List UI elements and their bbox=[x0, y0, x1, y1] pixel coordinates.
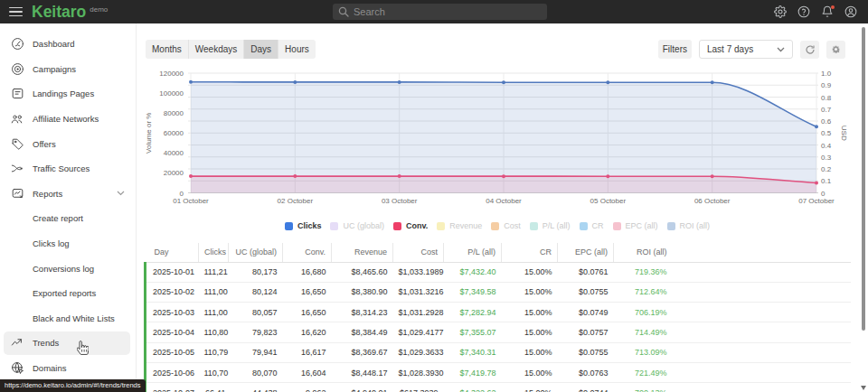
legend-item-p-l-all-[interactable]: P/L (all) bbox=[530, 221, 571, 230]
sidebar-item-conversions-log[interactable]: Conversions log bbox=[0, 256, 136, 281]
cell-epc-all-: $0.0744 bbox=[558, 383, 614, 392]
cell-epc-all-: $0.0763 bbox=[558, 362, 614, 382]
cell-uc-global-: 80,173 bbox=[229, 262, 283, 282]
sidebar-item-clicks-log[interactable]: Clicks log bbox=[0, 231, 136, 257]
scrollbar-thumb[interactable] bbox=[862, 27, 866, 331]
axis-tick-label: 120000 bbox=[159, 70, 184, 78]
sidebar-item-campaigns[interactable]: Campaigns bbox=[0, 57, 136, 82]
series-conv--point[interactable] bbox=[711, 174, 714, 178]
cell-uc-global-: 79,941 bbox=[229, 342, 283, 362]
series-clicks-point[interactable] bbox=[398, 80, 401, 84]
table-row[interactable]: 2025-10-04110,8079,82316,620$8,384.49$1,… bbox=[146, 322, 852, 342]
sidebar-item-reports[interactable]: Reports bbox=[0, 182, 136, 207]
series-conv--point[interactable] bbox=[293, 174, 297, 178]
cell-epc-all-: $0.0761 bbox=[558, 262, 614, 282]
gear-icon bbox=[831, 44, 841, 54]
table-row[interactable]: 2025-10-03111,0080,05716,650$8,314.23$1,… bbox=[146, 303, 852, 322]
tab-days[interactable]: Days bbox=[243, 40, 278, 59]
sidebar-item-traffic-sources[interactable]: Traffic Sources bbox=[0, 156, 136, 182]
series-clicks-point[interactable] bbox=[189, 80, 193, 84]
cell-clicks: 111,21 bbox=[199, 262, 229, 282]
sidebar-item-landings-pages[interactable]: Landings Pages bbox=[0, 81, 136, 107]
col-header-conv-[interactable]: Conv. bbox=[283, 243, 332, 262]
sidebar-item-exported-reports[interactable]: Exported reports bbox=[0, 281, 136, 306]
filters-button[interactable]: Filters bbox=[658, 40, 692, 59]
cell-revenue: $8,465.60 bbox=[332, 262, 393, 282]
date-range-select[interactable]: Last 7 days bbox=[699, 40, 793, 59]
table-row[interactable]: 2025-10-02111,0080,12416,650$8,380.90$1,… bbox=[146, 282, 852, 302]
series-conv--point[interactable] bbox=[815, 182, 818, 185]
series-clicks-point[interactable] bbox=[606, 80, 609, 84]
col-header-p-l-all-[interactable]: P/L (all) bbox=[444, 243, 502, 262]
legend-item-clicks[interactable]: Clicks bbox=[285, 221, 322, 230]
reports-icon bbox=[10, 186, 24, 201]
sidebar-item-label: Clicks log bbox=[33, 238, 70, 248]
scrollbar-track[interactable] bbox=[859, 23, 868, 392]
tab-weekdays[interactable]: Weekdays bbox=[188, 40, 244, 59]
series-conv--point[interactable] bbox=[398, 174, 401, 178]
series-clicks-point[interactable] bbox=[502, 80, 505, 84]
table-row[interactable]: 2025-10-05110,7979,94116,617$8,369.67$1,… bbox=[146, 342, 852, 362]
cell-p-l-all-: $7,349.58 bbox=[444, 282, 502, 302]
series-clicks-point[interactable] bbox=[293, 80, 297, 84]
sidebar-item-black-and-white-lists[interactable]: Black and White Lists bbox=[0, 306, 136, 331]
sidebar-item-domains[interactable]: Domains bbox=[0, 356, 136, 381]
col-header-roi-all-[interactable]: ROI (all) bbox=[614, 243, 673, 262]
sidebar-item-affiliate-networks[interactable]: Affiliate Networks bbox=[0, 107, 136, 132]
tab-months[interactable]: Months bbox=[146, 40, 188, 59]
legend-item-uc-global-[interactable]: UC (global) bbox=[330, 221, 384, 230]
col-header-uc-global-[interactable]: UC (global) bbox=[229, 243, 283, 262]
legend-item-cost[interactable]: Cost bbox=[491, 221, 521, 230]
legend-item-cr[interactable]: CR bbox=[580, 221, 604, 230]
scroll-down-arrow-icon[interactable] bbox=[861, 386, 866, 390]
refresh-button[interactable] bbox=[800, 41, 819, 59]
col-header-clicks[interactable]: Clicks bbox=[199, 243, 229, 262]
cell-roi-all-: 714.49% bbox=[614, 322, 673, 342]
sidebar: DashboardCampaignsLandings PagesAffiliat… bbox=[0, 23, 137, 392]
help-icon[interactable] bbox=[797, 5, 810, 18]
app-logo[interactable]: Keitaro bbox=[32, 0, 86, 23]
chart-settings-button[interactable] bbox=[826, 41, 845, 59]
series-clicks-point[interactable] bbox=[815, 125, 818, 128]
tab-hours[interactable]: Hours bbox=[278, 40, 316, 59]
dashboard-icon bbox=[10, 37, 24, 51]
chevron-down-icon bbox=[117, 191, 125, 196]
sidebar-item-create-report[interactable]: Create report bbox=[0, 206, 136, 231]
cell-cr: 15.00% bbox=[502, 303, 558, 322]
cell-epc-all-: $0.0757 bbox=[558, 322, 614, 342]
legend-item-epc-all-[interactable]: EPC (all) bbox=[613, 221, 658, 230]
col-header-epc-all-[interactable]: EPC (all) bbox=[558, 243, 614, 262]
col-header-day[interactable]: Day bbox=[146, 243, 199, 262]
user-account-icon[interactable] bbox=[844, 5, 857, 18]
legend-swatch bbox=[491, 222, 499, 230]
sidebar-item-dashboard[interactable]: Dashboard bbox=[0, 32, 136, 57]
cell-day: 2025-10-04 bbox=[146, 322, 199, 342]
series-conv--point[interactable] bbox=[606, 174, 609, 178]
cell-cost: $1,029.4177 bbox=[393, 322, 444, 342]
search-box[interactable] bbox=[333, 4, 547, 20]
legend-item-conv-[interactable]: Conv. bbox=[393, 221, 428, 230]
settings-icon[interactable] bbox=[774, 5, 787, 18]
cell-cr: 15.00% bbox=[502, 282, 558, 302]
search-input[interactable] bbox=[354, 6, 534, 17]
link-status-tooltip: https://demo.keitaro.io/admin/#!/trends/… bbox=[0, 379, 146, 392]
menu-icon[interactable] bbox=[9, 7, 23, 17]
col-header-revenue[interactable]: Revenue bbox=[332, 243, 393, 262]
col-header-cr[interactable]: CR bbox=[502, 243, 558, 262]
legend-item-roi-all-[interactable]: ROI (all) bbox=[667, 221, 711, 230]
series-conv--point[interactable] bbox=[189, 174, 193, 178]
table-row[interactable]: 2025-10-0766,4144,4389,962$4,940.01$617.… bbox=[146, 383, 852, 392]
sidebar-item-offers[interactable]: Offers bbox=[0, 131, 136, 156]
y-axis-right-title: USD bbox=[840, 126, 848, 141]
series-conv--point[interactable] bbox=[502, 174, 505, 178]
trends-chart[interactable]: 02000040000600008000010000012000000.10.2… bbox=[136, 67, 859, 210]
sidebar-item-trends[interactable]: Trends bbox=[0, 331, 136, 356]
legend-item-revenue[interactable]: Revenue bbox=[437, 221, 482, 230]
col-header-cost[interactable]: Cost bbox=[393, 243, 444, 262]
notifications-bell-icon[interactable] bbox=[821, 5, 834, 18]
cell-revenue: $8,314.23 bbox=[332, 303, 393, 322]
table-row[interactable]: 2025-10-01111,2180,17316,680$8,465.60$1,… bbox=[146, 262, 852, 282]
table-row[interactable]: 2025-10-06110,7080,07016,604$8,448.17$1,… bbox=[146, 362, 852, 382]
logo-demo-badge: demo bbox=[90, 5, 108, 14]
series-clicks-point[interactable] bbox=[711, 80, 714, 84]
